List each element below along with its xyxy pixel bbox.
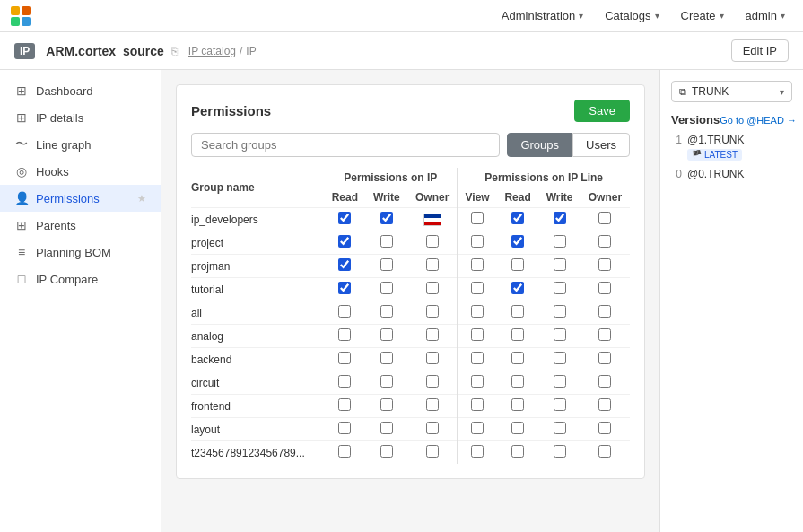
ipl-view-checkbox[interactable]	[471, 235, 484, 248]
ipl-view-checkbox[interactable]	[471, 422, 484, 434]
ip-write-checkbox[interactable]	[380, 282, 393, 294]
ip-write-checkbox[interactable]	[380, 235, 393, 248]
tab-users[interactable]: Users	[572, 133, 630, 157]
version-tag[interactable]: @1.TRUNK	[687, 134, 792, 146]
ipl-view-checkbox[interactable]	[471, 212, 484, 224]
ipl-view-checkbox[interactable]	[471, 352, 484, 364]
ipl-read-checkbox[interactable]	[511, 282, 524, 294]
ip-read-checkbox[interactable]	[338, 375, 351, 388]
ip-read-checkbox[interactable]	[338, 422, 351, 434]
ipl-view-checkbox[interactable]	[471, 375, 484, 388]
sidebar-item-line-graph[interactable]: 〜 Line graph	[0, 131, 161, 158]
ipl-owner-checkbox[interactable]	[598, 235, 611, 248]
ipl-write-checkbox[interactable]	[554, 212, 566, 224]
ipl-read-checkbox[interactable]	[511, 258, 524, 271]
table-row: frontend	[191, 395, 630, 418]
breadcrumb-catalog[interactable]: IP catalog	[188, 45, 236, 57]
ip-read-checkbox[interactable]	[338, 212, 351, 224]
ip-owner-checkbox[interactable]	[426, 258, 439, 271]
ipl-owner-checkbox[interactable]	[598, 352, 611, 364]
nav-create[interactable]: Create ▾	[674, 5, 731, 26]
ipl-read-checkbox[interactable]	[511, 422, 524, 434]
ipl-view-checkbox[interactable]	[471, 258, 484, 271]
ipl-owner-checkbox[interactable]	[598, 305, 611, 318]
ipl-read-checkbox[interactable]	[511, 212, 524, 224]
ipl-owner-checkbox[interactable]	[598, 398, 611, 411]
ip-write-checkbox[interactable]	[380, 258, 393, 271]
ipl-read-checkbox[interactable]	[511, 305, 524, 318]
ipl-write-checkbox[interactable]	[554, 352, 566, 364]
sidebar-item-ip-details[interactable]: ⊞ IP details	[0, 104, 161, 131]
ip-owner-checkbox[interactable]	[426, 422, 439, 434]
ipl-read-checkbox[interactable]	[511, 375, 524, 388]
sidebar-item-hooks[interactable]: ◎ Hooks	[0, 158, 161, 185]
ipl-owner-checkbox[interactable]	[598, 258, 611, 271]
ipl-write-checkbox[interactable]	[554, 305, 566, 318]
ipl-owner-checkbox[interactable]	[598, 328, 611, 341]
ip-write-checkbox[interactable]	[380, 352, 393, 364]
ipl-owner-checkbox[interactable]	[598, 445, 611, 458]
copy-icon[interactable]: ⎘	[171, 45, 178, 57]
ipl-write-checkbox[interactable]	[554, 258, 566, 271]
version-tag[interactable]: @0.TRUNK	[687, 168, 792, 180]
ipl-write-checkbox[interactable]	[554, 375, 566, 388]
ip-write-checkbox[interactable]	[380, 445, 393, 458]
ip-write-checkbox[interactable]	[380, 212, 393, 224]
ip-read-checkbox[interactable]	[338, 235, 351, 248]
ipl-write-checkbox[interactable]	[554, 328, 566, 341]
go-to-head-link[interactable]: Go to @HEAD →	[720, 115, 797, 126]
ip-write-checkbox[interactable]	[380, 398, 393, 411]
ip-read-checkbox[interactable]	[338, 282, 351, 294]
ipl-view-checkbox[interactable]	[471, 328, 484, 341]
ip-owner-checkbox[interactable]	[426, 375, 439, 388]
ip-owner-checkbox[interactable]	[426, 305, 439, 318]
ip-owner-checkbox[interactable]	[426, 445, 439, 458]
save-button[interactable]: Save	[574, 100, 630, 122]
ipl-view-checkbox[interactable]	[471, 282, 484, 294]
ip-read-checkbox[interactable]	[338, 328, 351, 341]
ipl-read-checkbox[interactable]	[511, 352, 524, 364]
ip-write-checkbox[interactable]	[380, 328, 393, 341]
edit-ip-button[interactable]: Edit IP	[731, 39, 789, 62]
trunk-select[interactable]: ⧉ TRUNK ▾	[671, 81, 792, 102]
tab-groups[interactable]: Groups	[507, 133, 572, 157]
ip-owner-checkbox[interactable]	[426, 235, 439, 248]
ipl-write-checkbox[interactable]	[554, 235, 566, 248]
ipl-write-checkbox[interactable]	[554, 282, 566, 294]
ipl-owner-checkbox[interactable]	[598, 422, 611, 434]
ip-read-checkbox[interactable]	[338, 352, 351, 364]
sidebar-item-planning-bom[interactable]: ≡ Planning BOM	[0, 239, 161, 266]
ip-read-checkbox[interactable]	[338, 258, 351, 271]
sidebar-item-dashboard[interactable]: ⊞ Dashboard	[0, 77, 161, 104]
ip-write-checkbox[interactable]	[380, 305, 393, 318]
ip-read-checkbox[interactable]	[338, 398, 351, 411]
ipl-read-checkbox[interactable]	[511, 235, 524, 248]
nav-catalogs[interactable]: Catalogs ▾	[598, 5, 666, 26]
ipl-owner-checkbox[interactable]	[598, 375, 611, 388]
ipl-write-checkbox[interactable]	[554, 398, 566, 411]
ipl-read-checkbox[interactable]	[511, 328, 524, 341]
ip-owner-checkbox[interactable]	[426, 328, 439, 341]
search-groups-input[interactable]	[191, 133, 500, 157]
ip-owner-checkbox[interactable]	[426, 282, 439, 294]
sidebar-item-permissions[interactable]: 👤 Permissions ★	[0, 185, 161, 212]
ipl-view-checkbox[interactable]	[471, 398, 484, 411]
ip-write-checkbox[interactable]	[380, 422, 393, 434]
nav-administration[interactable]: Administration ▾	[494, 5, 590, 26]
ipl-read-checkbox[interactable]	[511, 445, 524, 458]
nav-admin[interactable]: admin ▾	[738, 5, 792, 26]
ip-read-checkbox[interactable]	[338, 305, 351, 318]
ipl-read-checkbox[interactable]	[511, 398, 524, 411]
ipl-write-checkbox[interactable]	[554, 422, 566, 434]
ipl-write-checkbox[interactable]	[554, 445, 566, 458]
ip-read-checkbox[interactable]	[338, 445, 351, 458]
ip-owner-checkbox[interactable]	[426, 352, 439, 364]
ipl-view-checkbox[interactable]	[471, 305, 484, 318]
ip-owner-checkbox[interactable]	[426, 398, 439, 411]
ip-write-checkbox[interactable]	[380, 375, 393, 388]
sidebar-item-ip-compare[interactable]: □ IP Compare	[0, 266, 161, 292]
ipl-view-checkbox[interactable]	[471, 445, 484, 458]
ipl-owner-checkbox[interactable]	[598, 282, 611, 294]
sidebar-item-parents[interactable]: ⊞ Parents	[0, 212, 161, 239]
ipl-owner-checkbox[interactable]	[598, 212, 611, 224]
